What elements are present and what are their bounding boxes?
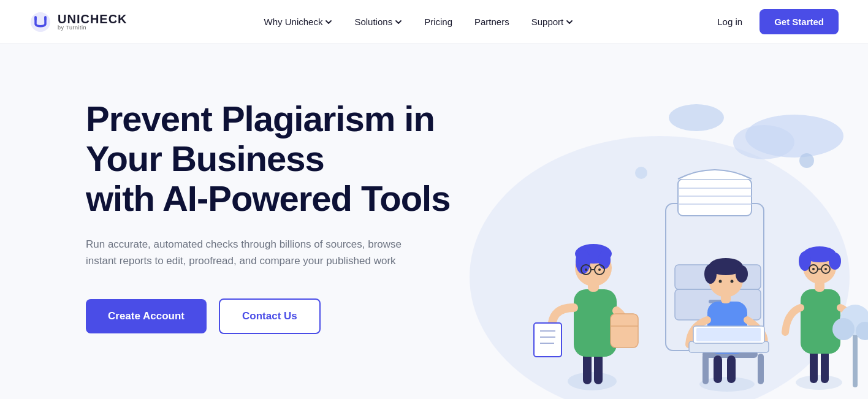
svg-point-48: [719, 280, 722, 283]
svg-point-47: [736, 265, 748, 283]
chevron-down-icon: [566, 18, 573, 26]
svg-rect-41: [727, 355, 736, 383]
logo-sub-text: by Turnitin: [58, 25, 128, 31]
nav-links: Why Unicheck Solutions Pricing Partners …: [256, 12, 582, 32]
hero-section: Prevent Plagiarism in Your Business with…: [0, 44, 868, 399]
svg-rect-40: [714, 355, 722, 383]
svg-rect-34: [611, 314, 638, 348]
chevron-down-icon: [395, 18, 402, 26]
svg-point-72: [635, 167, 647, 179]
svg-point-16: [568, 372, 617, 390]
svg-point-71: [799, 153, 814, 168]
svg-rect-55: [821, 349, 829, 383]
svg-point-6: [669, 104, 724, 131]
svg-point-3: [470, 136, 850, 399]
svg-point-46: [704, 264, 717, 284]
logo-main-text: UNICHECK: [58, 13, 128, 25]
svg-rect-56: [801, 289, 840, 354]
illustration-svg: [402, 81, 868, 399]
svg-point-49: [731, 280, 734, 283]
logo-icon: [29, 11, 51, 33]
get-started-button[interactable]: Get Started: [760, 9, 839, 34]
svg-point-0: [31, 12, 50, 32]
svg-point-61: [829, 253, 841, 270]
svg-rect-8: [678, 179, 752, 216]
svg-point-66: [824, 268, 827, 270]
nav-item-why-unicheck[interactable]: Why Unicheck: [256, 12, 341, 32]
svg-point-32: [585, 268, 587, 271]
nav-actions: Log in Get Started: [710, 9, 839, 34]
login-button[interactable]: Log in: [710, 12, 750, 32]
logo[interactable]: UNICHECK by Turnitin: [29, 11, 128, 33]
svg-point-5: [733, 125, 794, 159]
svg-point-28: [598, 251, 611, 269]
svg-point-27: [576, 249, 590, 274]
hero-subtitle: Run accurate, automated checks through b…: [86, 236, 429, 269]
svg-rect-54: [810, 349, 818, 383]
nav-item-partners[interactable]: Partners: [466, 12, 518, 32]
hero-illustration: [402, 81, 868, 399]
nav-item-solutions[interactable]: Solutions: [346, 12, 411, 32]
create-account-button[interactable]: Create Account: [86, 299, 207, 333]
svg-point-65: [812, 268, 815, 270]
svg-point-53: [796, 375, 842, 390]
nav-item-support[interactable]: Support: [523, 12, 582, 32]
chevron-down-icon: [325, 18, 332, 26]
svg-rect-39: [702, 354, 709, 384]
svg-rect-52: [696, 328, 761, 341]
svg-rect-38: [758, 354, 764, 384]
svg-rect-20: [534, 323, 562, 357]
contact-us-button[interactable]: Contact Us: [219, 298, 321, 334]
nav-item-pricing[interactable]: Pricing: [416, 12, 461, 32]
svg-point-33: [598, 268, 601, 271]
navbar: UNICHECK by Turnitin Why Unicheck Soluti…: [0, 0, 868, 44]
svg-point-69: [832, 318, 855, 340]
